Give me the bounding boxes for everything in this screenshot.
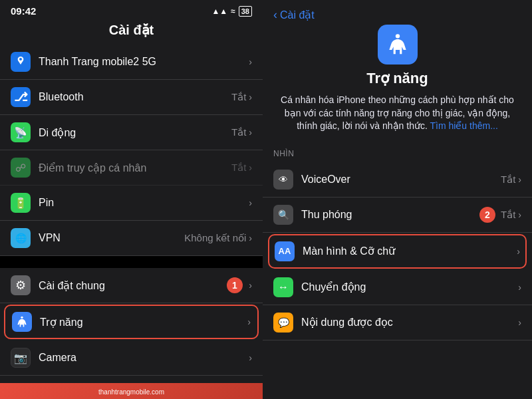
watermark-line1: thanhtrangmobile <box>98 388 150 396</box>
chevron-icon: › <box>249 233 252 243</box>
back-arrow-icon: ‹ <box>273 8 277 22</box>
svg-point-1 <box>21 317 23 319</box>
voiceover-value: Tắt <box>501 174 515 186</box>
bluetooth-label: Bluetooth <box>39 91 231 103</box>
manHinh-icon: AA <box>275 241 295 261</box>
svg-point-2 <box>395 34 399 38</box>
manHinh-label: Màn hình & Cỡ chữ <box>303 245 517 257</box>
chevron-icon: › <box>518 209 521 220</box>
watermark-line2: .com <box>150 388 164 396</box>
chevron-icon: › <box>517 246 520 257</box>
noiDung-icon: 💬 <box>273 313 293 332</box>
settings-item-thanhtrang[interactable]: Thanh Trang mobile2 5G › <box>0 45 263 80</box>
camera-label: Camera <box>39 352 249 364</box>
battery-icon: 38 <box>239 6 252 17</box>
right-list: 👁 VoiceOver Tắt › 🔍 Thu phóng 2 Tắt › AA… <box>263 162 532 399</box>
section-header-nhin: NHÌN <box>263 140 532 162</box>
back-label: Cài đặt <box>280 9 315 21</box>
vpn-value: Không kết nối <box>184 232 246 244</box>
troNang-icon <box>12 312 32 332</box>
diDong-icon: 📡 <box>11 122 31 142</box>
settings-item-diemTruy[interactable]: ☍ Điểm truy cập cá nhân Tắt › <box>0 150 263 186</box>
pin-label: Pin <box>39 197 249 209</box>
accessibility-symbol-icon <box>385 32 410 57</box>
signal-icon: ▲▲ <box>211 7 227 16</box>
troNang-label: Trợ năng <box>40 316 247 329</box>
chevron-icon: › <box>518 282 521 293</box>
thuPhong-value: Tắt <box>501 209 515 221</box>
thuPhong-label: Thu phóng <box>301 209 501 221</box>
time: 09:42 <box>11 5 36 17</box>
voiceover-label: VoiceOver <box>301 174 501 186</box>
svg-point-0 <box>19 58 22 61</box>
status-bar: 09:42 ▲▲ ≈ 38 <box>0 0 263 19</box>
diemTruy-label: Điểm truy cập cá nhân <box>39 162 231 174</box>
diemTruy-value: Tắt <box>231 162 246 174</box>
section-divider <box>0 256 263 268</box>
right-item-manHinh[interactable]: AA Màn hình & Cỡ chữ › <box>268 234 527 269</box>
back-nav[interactable]: ‹ Cài đặt <box>263 0 532 25</box>
pin-icon: 🔋 <box>11 193 31 213</box>
right-panel: ‹ Cài đặt Trợ năng Cá nhân hóa iPhone th… <box>263 0 532 399</box>
right-description: Cá nhân hóa iPhone theo những cách phù h… <box>276 94 519 133</box>
right-title: Trợ năng <box>366 70 428 87</box>
settings-item-caiDatChung[interactable]: ⚙ Cài đặt chung 1 › <box>0 268 263 303</box>
chevron-icon: › <box>518 174 521 185</box>
settings-item-vpn[interactable]: 🌐 VPN Không kết nối › <box>0 221 263 256</box>
right-item-chuyenDong[interactable]: ↔ Chuyển động › <box>263 270 532 305</box>
chevron-icon: › <box>249 127 252 138</box>
chevron-icon: › <box>249 92 252 102</box>
settings-item-camera[interactable]: 📷 Camera › <box>0 340 263 376</box>
right-item-voiceover[interactable]: 👁 VoiceOver Tắt › <box>263 162 532 198</box>
vpn-label: VPN <box>39 232 184 244</box>
settings-item-pin[interactable]: 🔋 Pin › <box>0 186 263 221</box>
chuyenDong-icon: ↔ <box>273 277 293 297</box>
left-panel: 09:42 ▲▲ ≈ 38 Cài đặt Thanh Trang mobile… <box>0 0 263 399</box>
right-item-thuPhong[interactable]: 🔍 Thu phóng 2 Tắt › <box>263 198 532 233</box>
wifi-icon: ≈ <box>231 7 235 16</box>
chevron-icon: › <box>249 352 252 363</box>
voiceover-icon: 👁 <box>273 170 293 190</box>
caiDatChung-icon: ⚙ <box>11 275 31 295</box>
right-item-noiDung[interactable]: 💬 Nội dung được đọc › <box>263 305 532 340</box>
chevron-icon: › <box>249 198 252 208</box>
chevron-icon: › <box>518 317 521 328</box>
noiDung-label: Nội dung được đọc <box>301 316 518 329</box>
right-content: Trợ năng Cá nhân hóa iPhone theo những c… <box>263 25 532 140</box>
thanhtrang-label: Thanh Trang mobile2 5G <box>39 56 249 68</box>
status-icons: ▲▲ ≈ 38 <box>211 6 252 17</box>
settings-list: Thanh Trang mobile2 5G › ⎇ Bluetooth Tắt… <box>0 45 263 399</box>
thuPhong-icon: 🔍 <box>273 205 293 225</box>
camera-icon: 📷 <box>11 348 31 368</box>
vpn-icon: 🌐 <box>11 228 31 248</box>
settings-item-bluetooth[interactable]: ⎇ Bluetooth Tắt › <box>0 80 263 115</box>
watermark: thanhtrangmobile.com <box>0 383 263 399</box>
chevron-icon: › <box>247 317 251 327</box>
accessibility-icon-container <box>378 25 418 65</box>
settings-item-diDong[interactable]: 📡 Di động Tắt › <box>0 115 263 150</box>
diemTruy-icon: ☍ <box>11 158 31 178</box>
left-header: Cài đặt <box>0 19 263 45</box>
bluetooth-value: Tắt <box>231 91 246 103</box>
bluetooth-icon: ⎇ <box>11 87 31 107</box>
caiDatChung-label: Cài đặt chung <box>39 279 249 292</box>
settings-item-troNang[interactable]: Trợ năng › <box>4 305 259 339</box>
chevron-icon: › <box>249 162 252 173</box>
learn-more-link[interactable]: Tìm hiểu thêm... <box>430 120 497 131</box>
diDong-label: Di động <box>39 126 231 139</box>
diDong-value: Tắt <box>231 126 246 138</box>
thanhtrang-icon <box>11 52 31 72</box>
chevron-icon: › <box>249 57 252 67</box>
badge-1: 1 <box>227 277 243 293</box>
chevron-icon: › <box>249 280 252 291</box>
chuyenDong-label: Chuyển động <box>301 281 518 293</box>
badge-2: 2 <box>479 207 495 223</box>
